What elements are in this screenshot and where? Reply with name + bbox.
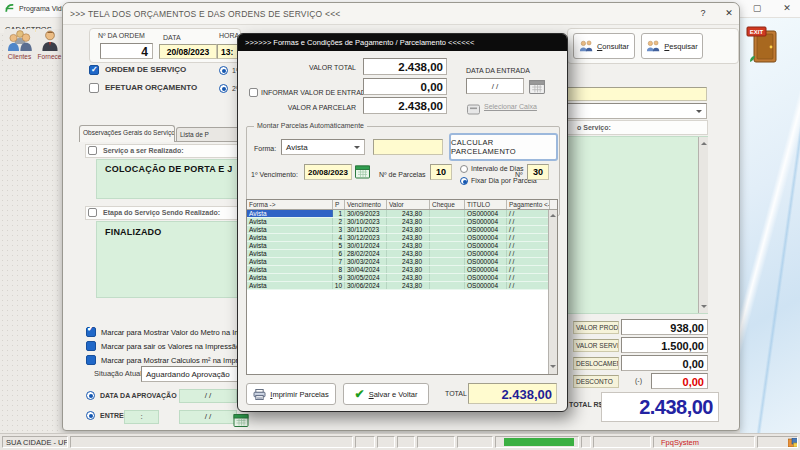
cell-pagamento: / /	[507, 210, 550, 217]
cell-valor: 243,80	[387, 258, 430, 265]
order-number-field[interactable]: 4	[100, 43, 153, 59]
parcela-row[interactable]: Avista 1 30/09/2023 243,80 OS000004 / /	[247, 210, 557, 218]
cell-p: 10	[333, 282, 345, 289]
informar-entrada-label: INFORMAR VALOR DE ENTRADA	[261, 89, 371, 97]
header-valor[interactable]: Valor	[387, 200, 430, 209]
n-dia-field[interactable]: 30	[527, 164, 549, 180]
header-forma[interactable]: Forma ->	[247, 200, 333, 209]
cell-p: 8	[333, 266, 345, 273]
modal-total-label: TOTAL	[445, 390, 467, 398]
imprimir-parcelas-button[interactable]: Imprimir Parcelas	[246, 383, 336, 405]
scroll-up-icon[interactable]	[701, 139, 707, 145]
entrega-radio[interactable]	[86, 411, 95, 420]
close-icon[interactable]: ✕	[779, 2, 795, 15]
efetuar-orcamento-checkbox[interactable]	[89, 83, 99, 93]
cell-vencimento: 30/10/2023	[345, 218, 387, 225]
parcela-row[interactable]: Avista 9 30/05/2024 243,80 OS000004 / /	[247, 274, 557, 282]
salvar-voltar-button[interactable]: ✔ Salvar e Voltar	[343, 383, 429, 405]
parcela-row[interactable]: Avista 5 30/01/2024 243,80 OS000004 / /	[247, 242, 557, 250]
order-date-label: DATA	[163, 34, 181, 42]
help-icon[interactable]: ?	[694, 8, 712, 21]
print-option-label: Marcar para Mostrar Calculos m² na Impre…	[101, 356, 258, 365]
vencimento-calendar-icon[interactable]	[355, 164, 370, 183]
parcelamento-dialog: >>>>>> Formas e Condições de Pagamento /…	[237, 33, 568, 412]
header-titulo[interactable]: TITULO	[465, 200, 507, 209]
cell-cheque	[430, 282, 465, 289]
aprovacao-date-field[interactable]: / /	[179, 389, 237, 403]
via2-radio[interactable]	[219, 84, 228, 93]
app-title: Programa Vidra	[19, 5, 68, 12]
montar-parcelas-legend: Montar Parcelas Automáticamente	[254, 122, 367, 129]
clientes-button[interactable]: Clientes	[4, 29, 35, 65]
print-option-label: Marcar para sair os Valores na Impressão	[101, 342, 240, 351]
data-entrada-calendar-icon[interactable]	[529, 79, 545, 98]
scroll-down-icon[interactable]	[701, 305, 707, 311]
parcela-row[interactable]: Avista 10 30/06/2024 243,80 OS000004 / /	[247, 282, 557, 290]
selecionar-caixa-icon	[467, 101, 480, 119]
order-date-field[interactable]: 20/08/2023	[159, 44, 217, 59]
header-pagamento[interactable]: Pagamento <-	[507, 200, 550, 209]
fixar-dia-radio[interactable]	[460, 177, 468, 185]
calcular-parcelamento-button[interactable]: CALCULAR PARCELAMENTO	[449, 133, 558, 161]
valor-parcelar-label: VALOR A PARCELAR	[258, 104, 356, 112]
textarea-scrollbar[interactable]	[698, 137, 708, 313]
n-dia-label: Nº	[515, 171, 523, 179]
tab-observacoes[interactable]: Observações Gerais do Serviço ->	[79, 125, 175, 142]
cell-p: 6	[333, 250, 345, 257]
cell-vencimento: 30/12/2023	[345, 234, 387, 241]
forma-extra-field[interactable]	[373, 139, 443, 155]
cell-p: 2	[333, 218, 345, 225]
header-p[interactable]: P	[333, 200, 345, 209]
maximize-icon[interactable]: ▢	[749, 2, 765, 15]
exit-button[interactable]: EXIT	[744, 26, 788, 68]
aprovacao-radio[interactable]	[86, 391, 95, 400]
intervalo-dias-radio[interactable]	[460, 165, 468, 173]
parcela-row[interactable]: Avista 6 28/02/2024 243,80 OS000004 / /	[247, 250, 557, 258]
cell-titulo: OS000004	[465, 274, 507, 281]
forma-select[interactable]: Avista	[281, 139, 365, 155]
table-header: Forma -> P Vencimento Valor Cheque TITUL…	[247, 200, 557, 210]
parcela-row[interactable]: Avista 2 30/10/2023 243,80 OS000004 / /	[247, 218, 557, 226]
valor-entrada-field[interactable]: 0,00	[363, 78, 447, 95]
header-vencimento[interactable]: Vencimento	[345, 200, 387, 209]
header-cheque[interactable]: Cheque	[430, 200, 465, 209]
cell-p: 7	[333, 258, 345, 265]
entrega-calendar-icon[interactable]	[233, 413, 249, 431]
pesquisar-button[interactable]: Pesquisar	[641, 33, 703, 59]
aprovacao-label: DATA DA APROVAÇÃO	[100, 392, 177, 400]
informar-entrada-checkbox[interactable]	[249, 88, 258, 97]
cell-p: 9	[333, 274, 345, 281]
cell-forma: Avista	[247, 234, 333, 241]
print-option-checkbox[interactable]	[86, 341, 96, 351]
table-scrollbar[interactable]	[548, 210, 557, 374]
cell-pagamento: / /	[507, 242, 550, 249]
parcela-row[interactable]: Avista 8 30/04/2024 243,80 OS000004 / /	[247, 266, 557, 274]
ordem-servico-checkbox[interactable]	[89, 65, 99, 75]
cell-titulo: OS000004	[465, 258, 507, 265]
etapa-checkbox[interactable]	[88, 208, 97, 217]
window-close-icon[interactable]: ✕	[720, 8, 738, 21]
cell-vencimento: 28/02/2024	[345, 250, 387, 257]
status-icon-segment	[757, 436, 798, 448]
valor-produtos-strip: VALOR PRODUTOS	[573, 321, 619, 334]
entrega-time-field[interactable]: :	[124, 410, 159, 424]
scroll-up-icon[interactable]	[550, 211, 556, 217]
entrega-date-field[interactable]: / /	[179, 410, 237, 424]
parcela-row[interactable]: Avista 4 30/12/2023 243,80 OS000004 / /	[247, 234, 557, 242]
consultar-button[interactable]: Consultar	[573, 33, 635, 59]
data-entrada-field[interactable]: / /	[466, 78, 524, 94]
parcela-row[interactable]: Avista 3 30/11/2023 243,80 OS000004 / /	[247, 226, 557, 234]
status-segment	[417, 436, 455, 448]
vencimento-field[interactable]: 20/08/2023	[304, 164, 352, 180]
deslocamento-strip: DESLOCAMENTO	[573, 357, 619, 370]
parcela-row[interactable]: Avista 7 30/03/2024 243,80 OS000004 / /	[247, 258, 557, 266]
print-option-checkbox[interactable]	[86, 355, 96, 365]
via1-radio[interactable]	[219, 66, 228, 75]
cell-p: 3	[333, 226, 345, 233]
valor-produtos-field: 938,00	[621, 319, 708, 335]
scroll-down-icon[interactable]	[550, 365, 556, 371]
fornecedores-button[interactable]: Fornece	[36, 29, 63, 65]
servico-checkbox[interactable]	[88, 146, 97, 155]
n-parcelas-field[interactable]: 10	[430, 164, 452, 180]
selecionar-caixa-button[interactable]: Selecionar Caixa	[484, 103, 537, 111]
